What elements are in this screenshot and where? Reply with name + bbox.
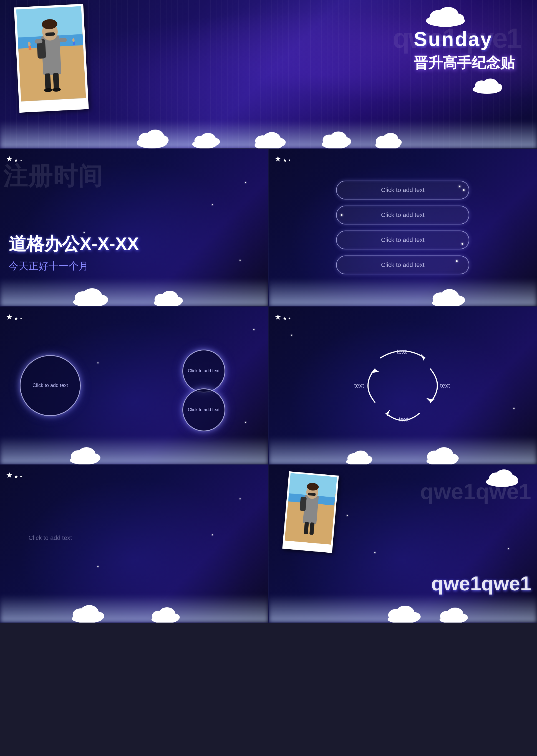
circle-large[interactable]: Click to add text (20, 355, 81, 416)
slide-circles: ★ ★ ✦ Click to add text Click to add tex… (0, 306, 268, 465)
slide2-subtitle[interactable]: 今天正好十一个月 (9, 259, 139, 273)
svg-point-99 (406, 612, 421, 621)
hero-photo-inner (17, 6, 86, 101)
pill-4-text: Click to add text (381, 261, 425, 268)
sparkle-1 (245, 182, 246, 183)
slide6-bottom-clouds (0, 595, 268, 622)
slide7-photo-frame (282, 471, 339, 553)
pill-2[interactable]: Click to add text (336, 206, 469, 224)
pill-3[interactable]: Click to add text (336, 230, 469, 250)
pill-list: Click to add text Click to add text Clic… (280, 160, 526, 295)
svg-point-29 (155, 135, 169, 145)
slide-empty: ★ ★ ✦ Click to add text (0, 465, 268, 623)
svg-point-37 (272, 138, 286, 147)
slide5-bottom-clouds (269, 437, 537, 464)
slide7-watermark: qwe1qwe1 (420, 479, 531, 504)
pill-1[interactable]: Click to add text (336, 180, 469, 199)
svg-point-21 (449, 13, 464, 24)
svg-marker-65 (371, 369, 379, 373)
star-small: ★ (14, 157, 18, 163)
slide4-star-small: ★ (14, 315, 18, 322)
sparkle-pill-1 (463, 189, 465, 191)
sparkle-r2 (508, 548, 509, 549)
sparkle-2 (212, 204, 213, 205)
slide7-bottom-clouds (269, 595, 537, 622)
circle-small-bottom[interactable]: Click to add text (182, 388, 225, 431)
svg-rect-13 (59, 38, 67, 42)
circle-small-bottom-text: Click to add text (186, 405, 222, 415)
svg-rect-17 (73, 42, 75, 45)
sparkle-4 (239, 260, 241, 261)
slide7-photo-inner (284, 473, 337, 544)
svg-point-45 (391, 139, 402, 146)
hero-sunday-text: Sunday (414, 28, 515, 51)
sparkle-r1 (347, 515, 348, 516)
arrow-label-right[interactable]: text (440, 382, 450, 389)
slide7-photo-svg (284, 473, 337, 544)
slide6-star-big: ★ (6, 470, 13, 480)
pill-1-text: Click to add text (381, 186, 425, 194)
circle-small-top[interactable]: Click to add text (182, 349, 225, 393)
slide5-star-big: ★ (274, 312, 281, 322)
pill-4[interactable]: Click to add text (336, 256, 469, 274)
slide7-main-text: qwe1qwe1 (431, 572, 531, 595)
arrow-cycle-container: text text text text (353, 336, 453, 436)
svg-point-41 (339, 137, 351, 146)
slide6-stars: ★ ★ ✦ (6, 470, 22, 480)
svg-point-61 (87, 453, 101, 462)
star-tiny: ✦ (20, 158, 22, 162)
svg-rect-5 (45, 32, 55, 36)
hero-cloud-top-right (423, 6, 468, 28)
sparkle-pill-5 (456, 260, 458, 262)
pill-3-text: Click to add text (381, 236, 425, 244)
sparkle-pill-2 (459, 185, 460, 187)
hero-photo-svg (17, 6, 86, 101)
slides-grid: ★ ★ ✦ 注册时间 道格办公X-X-XX 今天正好十一个月 (0, 148, 537, 623)
slide-photo-repeat: qwe1qwe1 qwe1qwe1 (268, 465, 537, 623)
svg-point-81 (168, 614, 180, 621)
svg-rect-8 (45, 73, 51, 90)
slide2-bottom-clouds (0, 279, 268, 306)
sparkle-e2 (212, 534, 213, 536)
arrow-label-bottom[interactable]: text (399, 416, 408, 423)
arrow-label-top[interactable]: text (397, 348, 407, 355)
circle-large-text: Click to add text (30, 379, 71, 392)
slide6-placeholder-text: Click to add text (28, 534, 72, 541)
slide5-star-small: ★ (282, 315, 287, 322)
arrow-label-left[interactable]: text (354, 382, 364, 389)
svg-point-73 (361, 456, 372, 463)
hero-cloud-mid-right (471, 78, 504, 94)
sparkle-pill-3 (341, 214, 343, 216)
slide6-text-area[interactable]: Click to add text (9, 493, 92, 583)
sparkle-a2 (514, 408, 515, 409)
svg-point-33 (209, 138, 220, 146)
svg-point-69 (444, 454, 458, 463)
sparkle-pill-4 (462, 243, 463, 245)
slide-registration: ★ ★ ✦ 注册时间 道格办公X-X-XX 今天正好十一个月 (0, 148, 268, 306)
sparkle-c2 (245, 422, 246, 423)
svg-point-53 (171, 297, 183, 305)
hero-text-area: Sunday 晋升高手纪念贴 (414, 28, 515, 73)
svg-point-77 (90, 612, 104, 621)
star-big: ★ (6, 154, 13, 163)
slide-arrows: ★ ★ ✦ text text (268, 306, 537, 465)
svg-point-49 (93, 295, 108, 305)
slide2-stars: ★ ★ ✦ (6, 154, 22, 163)
sparkle-r3 (374, 552, 376, 553)
svg-rect-15 (28, 46, 32, 50)
svg-point-103 (455, 614, 468, 621)
slide5-star-tiny: ✦ (288, 317, 291, 320)
pill-2-text: Click to add text (381, 212, 425, 219)
hero-photo-frame (14, 4, 89, 113)
slide4-star-big: ★ (6, 312, 13, 322)
svg-rect-9 (53, 73, 60, 90)
sparkle-e1 (239, 498, 241, 499)
svg-point-25 (491, 83, 502, 92)
svg-point-57 (450, 296, 465, 305)
slide4-star-tiny: ✦ (20, 317, 22, 320)
slide4-bottom-clouds (0, 437, 268, 464)
slide6-star-tiny: ✦ (20, 475, 22, 479)
slide5-stars: ★ ★ ✦ (274, 312, 291, 322)
slide2-main-text[interactable]: 道格办公X-X-XX (9, 232, 139, 256)
circle-small-top-text: Click to add text (186, 366, 222, 376)
